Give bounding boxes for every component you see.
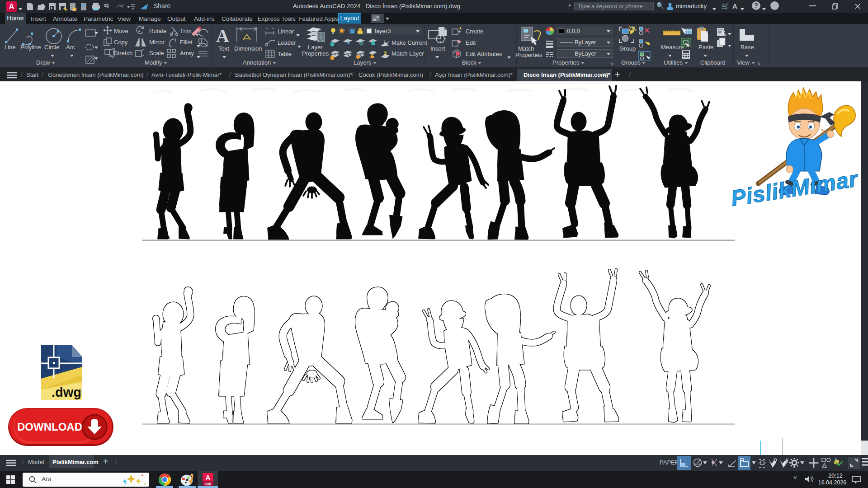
svg-text:DOWNLOAD: DOWNLOAD bbox=[17, 421, 82, 433]
svg-text:A: A bbox=[206, 474, 211, 481]
svg-text:CAD: CAD bbox=[204, 482, 211, 485]
svg-text:.dwg: .dwg bbox=[52, 385, 81, 399]
